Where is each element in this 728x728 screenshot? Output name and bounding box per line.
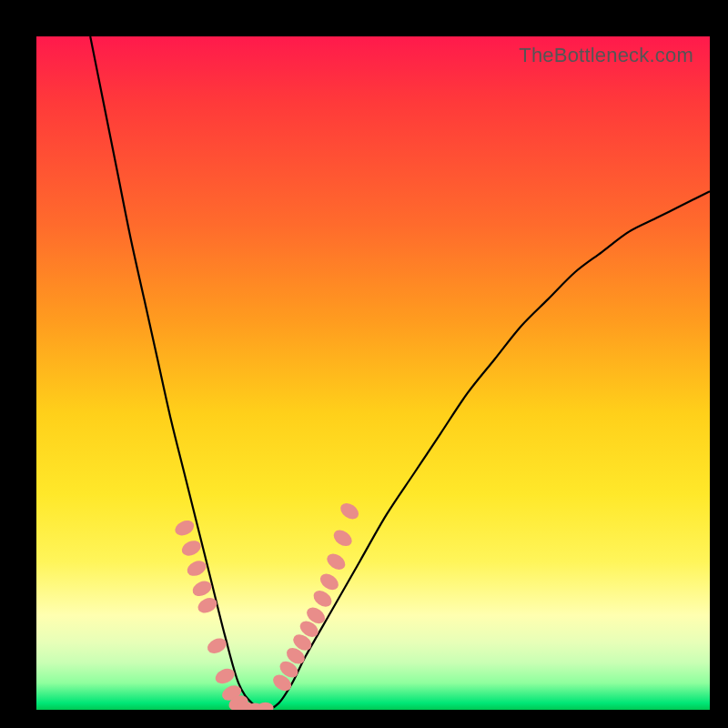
curve-marker xyxy=(330,527,355,550)
curve-marker xyxy=(258,703,274,710)
curve-marker xyxy=(324,551,349,573)
watermark-text: TheBottleneck.com xyxy=(519,44,693,67)
curve-marker xyxy=(179,538,203,559)
curve-marker xyxy=(173,518,197,539)
plot-area: TheBottleneck.com xyxy=(36,36,710,710)
curve-markers xyxy=(173,500,362,710)
curve-layer xyxy=(36,36,710,710)
curve-marker xyxy=(318,571,342,593)
curve-marker xyxy=(310,587,335,610)
chart-frame: TheBottleneck.com xyxy=(0,0,728,728)
curve-marker xyxy=(338,500,362,522)
curve-marker xyxy=(185,558,208,579)
bottleneck-curve xyxy=(90,36,710,710)
